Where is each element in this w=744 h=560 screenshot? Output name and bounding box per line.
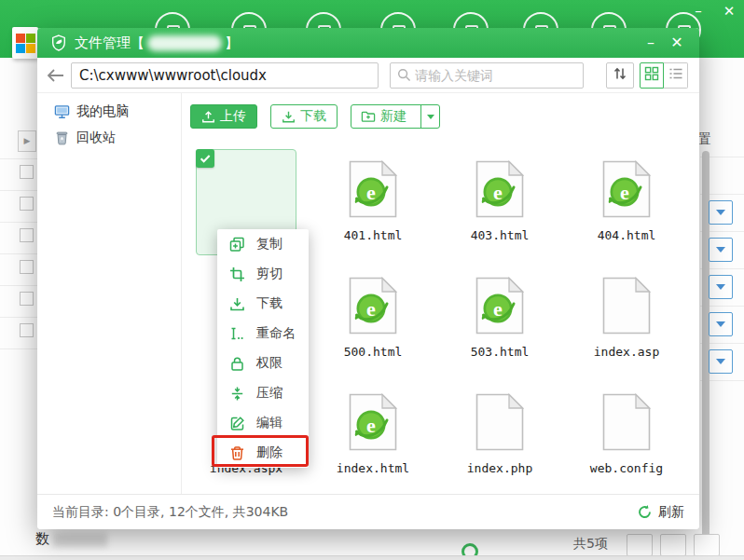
file-item[interactable]: e401.html: [321, 149, 425, 261]
html-file-icon: e: [602, 160, 651, 218]
row-checkbox[interactable]: [20, 292, 34, 306]
search-icon: [397, 68, 411, 82]
dialog-title: 文件管理【 】: [75, 34, 239, 52]
file-item-label: 503.html: [448, 345, 552, 359]
file-item[interactable]: e503.html: [448, 266, 552, 377]
dialog-body: 我的电脑回收站 上传 下载 新建: [37, 93, 699, 494]
sidebar-item-recycle-bin[interactable]: 回收站: [37, 125, 181, 151]
file-item[interactable]: web.config: [574, 382, 679, 494]
download-icon: [229, 296, 245, 312]
file-item[interactable]: e500.html: [321, 266, 425, 377]
context-menu-item-label: 编辑: [256, 415, 282, 431]
dialog-statusbar: 当前目录: 0个目录, 12个文件, 共304KB 刷新: [37, 494, 699, 529]
address-input[interactable]: [71, 62, 379, 89]
back-icon[interactable]: [47, 68, 67, 83]
view-toggle: [640, 62, 688, 89]
row-checkbox[interactable]: [20, 260, 34, 274]
html-file-icon: e: [349, 393, 397, 451]
html-file-icon: e: [349, 277, 397, 335]
background-minimize-button[interactable]: –: [688, 2, 709, 20]
redacted-text: [53, 533, 107, 547]
html-file-icon: e: [349, 160, 397, 218]
dropdown-button[interactable]: [709, 200, 733, 225]
file-item-label: 403.html: [448, 228, 552, 242]
cut-icon: [229, 266, 245, 282]
new-button[interactable]: 新建: [351, 105, 416, 128]
row-checkbox[interactable]: [20, 165, 34, 179]
context-menu-item-label: 下载: [256, 295, 282, 312]
chevron-down-icon: [716, 247, 725, 253]
context-menu-item-label: 重命名: [256, 325, 296, 342]
context-menu-item-edit[interactable]: 编辑: [217, 408, 309, 438]
download-icon: [282, 110, 296, 124]
plain-file-icon: [475, 393, 524, 451]
screen: – ✕ ▶ 设置 数 共5项 文件管理【 】 – ✕: [0, 0, 744, 560]
plain-file-icon: [602, 393, 651, 451]
dialog-minimize-button[interactable]: –: [638, 32, 664, 54]
shield-icon: [50, 34, 67, 51]
file-item[interactable]: index.php: [448, 382, 552, 494]
context-menu-item-download[interactable]: 下载: [217, 289, 309, 319]
list-view-button[interactable]: [664, 62, 688, 89]
context-menu-item-rename[interactable]: 重命名: [217, 319, 309, 348]
file-item-label: 500.html: [321, 345, 425, 359]
refresh-icon: [637, 504, 653, 520]
context-menu-item-label: 剪切: [256, 266, 282, 282]
refresh-button[interactable]: 刷新: [637, 504, 684, 521]
recycle-bin-icon: [53, 130, 70, 145]
search-box: [390, 62, 584, 89]
file-item-label: 404.html: [574, 228, 679, 242]
file-item[interactable]: e403.html: [448, 149, 552, 261]
sidebar-item-label: 我的电脑: [76, 103, 129, 120]
row-checkbox[interactable]: [20, 197, 34, 211]
background-bottom-bar: [0, 555, 744, 560]
download-button[interactable]: 下载: [270, 104, 338, 129]
upload-icon: [201, 110, 215, 124]
dropdown-button[interactable]: [709, 312, 733, 336]
context-menu: 复制剪切下载重命名权限压缩编辑删除: [217, 229, 309, 468]
file-item-label: index.asp: [574, 345, 679, 359]
background-expand-button[interactable]: ▶: [18, 130, 36, 152]
context-menu-item-compress[interactable]: 压缩: [217, 378, 309, 408]
pagination-button[interactable]: [660, 534, 686, 556]
pagination-button[interactable]: [694, 534, 720, 556]
background-close-button[interactable]: ✕: [719, 2, 739, 20]
sidebar-item-my-computer[interactable]: 我的电脑: [37, 99, 181, 125]
pagination-button[interactable]: [627, 534, 653, 556]
dialog-close-button[interactable]: ✕: [664, 32, 690, 54]
redacted-title-text: [147, 35, 222, 51]
grid-view-button[interactable]: [640, 62, 664, 89]
file-manager-dialog: 文件管理【 】 – ✕ 我的电脑回收站: [37, 28, 699, 529]
context-menu-item-label: 复制: [256, 236, 282, 253]
dropdown-button[interactable]: [709, 275, 733, 299]
permission-icon: [229, 356, 245, 372]
checkmark-badge: [196, 149, 214, 168]
context-menu-item-permission[interactable]: 权限: [217, 348, 309, 378]
dropdown-button[interactable]: [709, 238, 733, 262]
context-menu-item-cut[interactable]: 剪切: [217, 259, 309, 289]
new-folder-icon: [361, 109, 376, 124]
new-dropdown-button[interactable]: [420, 105, 439, 128]
row-checkbox[interactable]: [20, 228, 34, 242]
sidebar: 我的电脑回收站: [37, 93, 182, 494]
search-input[interactable]: [415, 68, 583, 83]
file-item-label: 401.html: [321, 228, 425, 242]
new-button-group: 新建: [351, 104, 440, 129]
chevron-down-icon: [427, 115, 434, 119]
chevron-down-icon: [716, 321, 725, 327]
sort-button[interactable]: [606, 62, 634, 89]
context-menu-item-copy[interactable]: 复制: [217, 229, 309, 259]
upload-button[interactable]: 上传: [190, 104, 257, 129]
dropdown-button[interactable]: [709, 349, 733, 374]
sidebar-item-label: 回收站: [76, 130, 116, 146]
windows-logo[interactable]: [12, 27, 38, 59]
background-bottom-label: 数: [35, 530, 49, 548]
file-item[interactable]: index.asp: [574, 266, 679, 377]
file-item[interactable]: eindex.html: [321, 382, 425, 494]
file-item-label: web.config: [574, 461, 679, 475]
address-toolbar: [37, 58, 699, 93]
file-item[interactable]: e404.html: [574, 149, 679, 261]
row-checkbox[interactable]: [20, 323, 34, 337]
chevron-down-icon: [716, 359, 725, 364]
delete-highlight-annotation: [212, 435, 309, 467]
